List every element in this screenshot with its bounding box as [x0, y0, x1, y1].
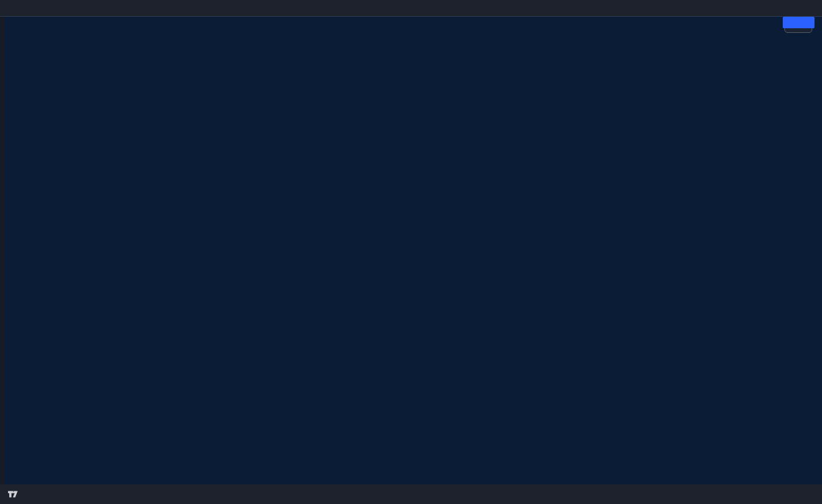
time-axis[interactable] — [0, 468, 822, 485]
tradingview-published-chart — [0, 0, 822, 504]
footer-bar — [0, 484, 822, 504]
attribution-bar — [0, 0, 822, 16]
chart-canvas[interactable] — [0, 17, 822, 485]
last-price-badge — [783, 17, 815, 28]
tradingview-logo-icon[interactable] — [7, 489, 18, 499]
chart-area[interactable] — [0, 16, 822, 484]
